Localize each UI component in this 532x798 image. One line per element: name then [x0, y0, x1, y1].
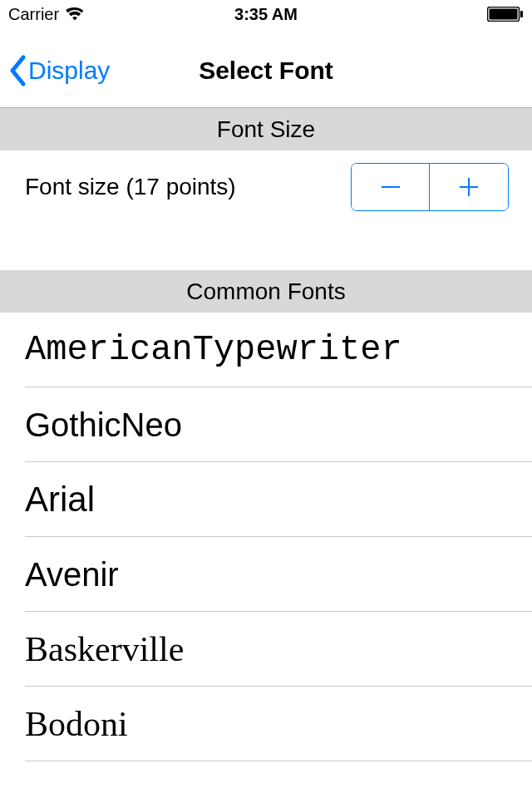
nav-bar: Display Select Font [0, 28, 532, 108]
minus-icon [378, 175, 403, 200]
font-row-american-typewriter[interactable]: AmericanTypewriter [0, 313, 532, 387]
font-size-stepper [351, 163, 509, 211]
wifi-icon [66, 7, 84, 21]
font-row-baskerville[interactable]: Baskerville [0, 612, 532, 687]
stepper-increment[interactable] [430, 164, 508, 210]
status-bar: Carrier 3:35 AM [0, 0, 532, 28]
font-label: AmericanTypewriter [25, 330, 402, 370]
font-label: GothicNeo [25, 406, 182, 444]
font-label: Baskerville [25, 629, 184, 669]
back-button[interactable]: Display [0, 55, 110, 86]
font-size-label: Font size (17 points) [25, 174, 236, 200]
font-row-gothic-neo[interactable]: GothicNeo [0, 387, 532, 462]
plus-icon [456, 175, 481, 200]
battery-icon [487, 7, 524, 22]
carrier-label: Carrier [8, 5, 59, 24]
font-row-avenir[interactable]: Avenir [0, 537, 532, 612]
chevron-left-icon [8, 55, 27, 86]
font-size-row: Font size (17 points) [0, 150, 532, 224]
back-label: Display [28, 57, 110, 85]
page-title: Select Font [199, 57, 333, 85]
svg-rect-2 [520, 11, 523, 17]
svg-rect-1 [490, 9, 518, 20]
section-header-common-fonts: Common Fonts [0, 270, 532, 313]
font-list: AmericanTypewriter GothicNeo Arial Aveni… [0, 313, 532, 761]
section-header-font-size: Font Size [0, 108, 532, 150]
font-label: Avenir [25, 556, 119, 594]
font-row-bodoni[interactable]: Bodoni [0, 687, 532, 761]
font-row-arial[interactable]: Arial [0, 462, 532, 537]
font-label: Bodoni [25, 704, 128, 744]
stepper-decrement[interactable] [352, 164, 430, 210]
status-time: 3:35 AM [234, 5, 298, 24]
font-label: Arial [25, 480, 95, 520]
